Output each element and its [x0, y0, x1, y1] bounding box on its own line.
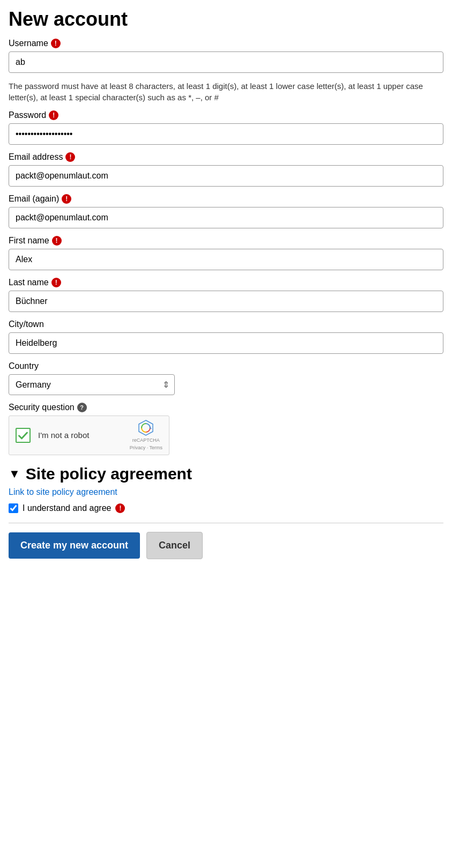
country-label: Country [9, 361, 443, 371]
email-again-label-text: Email (again) [9, 194, 59, 204]
email-again-required-icon: ! [62, 194, 71, 204]
city-field-group: City/town [9, 320, 443, 354]
password-input[interactable] [9, 123, 443, 145]
email-again-field-group: Email (again) ! [9, 194, 443, 228]
recaptcha-label: I'm not a robot [38, 431, 130, 440]
last-name-label: Last name ! [9, 278, 443, 287]
username-field-group: Username ! [9, 39, 443, 73]
password-label-text: Password [9, 110, 46, 120]
email-again-label: Email (again) ! [9, 194, 443, 204]
site-policy-section: ▼ Site policy agreement Link to site pol… [9, 465, 443, 513]
create-account-button[interactable]: Create my new account [9, 532, 140, 559]
agree-row: I understand and agree ! [9, 503, 443, 513]
agree-required-icon: ! [115, 503, 125, 513]
agree-label: I understand and agree [23, 503, 111, 513]
policy-link[interactable]: Link to site policy agreement [9, 487, 443, 497]
button-row: Create my new account Cancel [9, 532, 443, 559]
recaptcha-box[interactable]: I'm not a robot reCAPTCHA Privacy · Term… [9, 416, 169, 455]
first-name-label-text: First name [9, 236, 49, 246]
chevron-down-icon: ▼ [9, 467, 20, 481]
email-input[interactable] [9, 165, 443, 187]
first-name-required-icon: ! [52, 236, 62, 246]
last-name-required-icon: ! [51, 278, 61, 287]
security-question-help-icon[interactable]: ? [77, 403, 87, 412]
country-label-text: Country [9, 361, 39, 371]
email-label: Email address ! [9, 152, 443, 162]
username-input[interactable] [9, 51, 443, 73]
security-question-label-text: Security question [9, 403, 75, 412]
recaptcha-sub-text: Privacy · Terms [130, 445, 162, 451]
city-label: City/town [9, 320, 443, 329]
username-label-text: Username [9, 39, 48, 48]
site-policy-header: ▼ Site policy agreement [9, 465, 443, 483]
email-again-input[interactable] [9, 207, 443, 228]
last-name-input[interactable] [9, 291, 443, 312]
email-field-group: Email address ! [9, 152, 443, 187]
password-hint-text: The password must have at least 8 charac… [9, 80, 443, 103]
city-label-text: City/town [9, 320, 44, 329]
email-label-text: Email address [9, 152, 63, 162]
password-label: Password ! [9, 110, 443, 120]
agree-checkbox[interactable] [9, 503, 18, 513]
last-name-field-group: Last name ! [9, 278, 443, 312]
first-name-input[interactable] [9, 249, 443, 270]
recaptcha-checkbox[interactable] [16, 428, 31, 443]
country-field-group: Country Germany Austria Switzerland Unit… [9, 361, 443, 395]
recaptcha-brand-text: reCAPTCHA [132, 437, 160, 444]
checkmark-icon [18, 430, 28, 441]
site-policy-title: Site policy agreement [26, 465, 192, 483]
first-name-label: First name ! [9, 236, 443, 246]
email-required-icon: ! [65, 152, 75, 162]
country-select[interactable]: Germany Austria Switzerland United State… [9, 374, 175, 395]
recaptcha-logo-icon [137, 419, 154, 436]
password-field-group: Password ! [9, 110, 443, 145]
cancel-button[interactable]: Cancel [146, 532, 203, 559]
security-question-label: Security question ? [9, 403, 443, 412]
last-name-label-text: Last name [9, 278, 49, 287]
country-select-wrapper: Germany Austria Switzerland United State… [9, 374, 175, 395]
username-required-icon: ! [51, 39, 61, 48]
recaptcha-logo: reCAPTCHA Privacy · Terms [130, 419, 162, 451]
username-label: Username ! [9, 39, 443, 48]
city-input[interactable] [9, 332, 443, 354]
first-name-field-group: First name ! [9, 236, 443, 270]
page-title: New account [9, 9, 443, 30]
divider [9, 523, 443, 523]
password-required-icon: ! [49, 110, 58, 120]
security-question-field-group: Security question ? I'm not a robot reCA… [9, 403, 443, 455]
